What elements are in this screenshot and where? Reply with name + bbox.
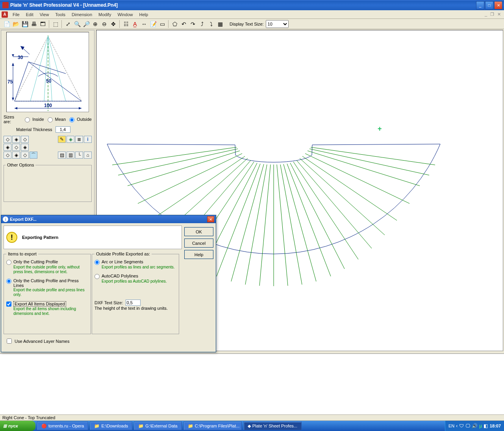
dxf-text-input[interactable] xyxy=(126,300,141,306)
zoom-window-button[interactable]: 🔍 xyxy=(73,20,82,28)
menu-edit[interactable]: Edit xyxy=(23,11,37,18)
iso-button[interactable]: ◈ xyxy=(67,136,74,143)
lang-indicator[interactable]: EN xyxy=(448,424,454,428)
tool-a-button[interactable]: ⬠ xyxy=(170,20,179,28)
menu-file[interactable]: File xyxy=(9,11,23,18)
zoom-previous-button[interactable]: 🔎 xyxy=(82,20,91,28)
tray-network-icon[interactable]: 🖵 xyxy=(465,423,470,429)
rotate-right-button[interactable]: ↷ xyxy=(189,20,197,28)
notes-button[interactable]: 📝 xyxy=(149,20,158,28)
view-button-4[interactable]: ◈ xyxy=(4,144,11,151)
svg-line-29 xyxy=(309,149,429,175)
thickness-label: Material Thickness xyxy=(16,127,52,132)
report-button[interactable]: ▤ xyxy=(58,152,66,159)
list-button[interactable]: ≣ xyxy=(75,136,83,143)
properties-button[interactable]: ▥ xyxy=(67,152,74,159)
check-advanced-layers[interactable] xyxy=(7,339,12,344)
svg-line-24 xyxy=(302,156,397,220)
tray-app-icon[interactable]: ◧ xyxy=(484,423,488,429)
view-button-6[interactable]: ◈ xyxy=(21,144,29,151)
cancel-button[interactable]: Cancel xyxy=(184,239,213,248)
check-export-all[interactable] xyxy=(6,302,11,307)
menu-window[interactable]: Window xyxy=(114,11,136,18)
print-button[interactable]: 🖶 xyxy=(30,20,38,28)
svg-text:30: 30 xyxy=(18,55,23,60)
tray-utorrent-icon[interactable]: µ xyxy=(479,423,482,429)
rotate-down-button[interactable]: ⤵ xyxy=(207,20,215,28)
tray-volume-icon[interactable]: 🔊 xyxy=(472,423,478,429)
open-button[interactable]: 📂 xyxy=(11,20,20,28)
radio-arc-segments[interactable] xyxy=(94,260,100,265)
taskbar-item-app[interactable]: ◆ Plate 'n' Sheet Profes... xyxy=(243,422,302,430)
svg-marker-8 xyxy=(12,54,14,57)
axis-button[interactable]: └ xyxy=(75,152,83,159)
menu-dimension[interactable]: Dimension xyxy=(69,11,95,18)
menu-modify[interactable]: Modify xyxy=(95,11,114,18)
menu-view[interactable]: View xyxy=(37,11,52,18)
tray-chevron-icon[interactable]: ‹ xyxy=(456,423,458,429)
template-button[interactable]: ⬚ xyxy=(51,20,60,28)
measure-button[interactable]: ✎ xyxy=(58,136,66,143)
thickness-input[interactable] xyxy=(56,126,70,133)
rotate-left-button[interactable]: ↶ xyxy=(180,20,188,28)
save-button[interactable]: 💾 xyxy=(20,20,29,28)
grid-button[interactable]: ▦ xyxy=(216,20,224,28)
radio-cutting-profile[interactable] xyxy=(6,260,11,265)
svg-line-22 xyxy=(290,163,345,269)
close-button[interactable]: ✕ xyxy=(494,1,502,9)
menu-tools[interactable]: Tools xyxy=(52,11,69,18)
mdi-close-icon[interactable]: ✕ xyxy=(496,12,502,17)
warning-icon: ! xyxy=(6,232,17,243)
radio-outside[interactable] xyxy=(69,117,74,122)
text-size-select[interactable]: 10 xyxy=(266,20,289,28)
maximize-button[interactable]: □ xyxy=(485,1,493,9)
frame-button[interactable]: ▭ xyxy=(158,20,167,28)
taskbar-item-downloads[interactable]: 📁 E:\Downloads xyxy=(90,422,132,430)
rotate-up-button[interactable]: ⤴ xyxy=(198,20,206,28)
ok-button[interactable]: OK xyxy=(184,227,213,236)
tray-shield-icon[interactable]: 🛡 xyxy=(459,423,464,429)
svg-line-38 xyxy=(245,165,267,285)
view-button-7[interactable]: ◇ xyxy=(4,152,11,159)
system-tray[interactable]: EN ‹ 🛡 🖵 🔊 µ ◧ 18:07 xyxy=(445,421,504,431)
view-button-5[interactable]: ◇ xyxy=(12,144,20,151)
dialog-close-button[interactable]: ✕ xyxy=(207,216,214,222)
view-button-1[interactable]: ◇ xyxy=(4,136,11,143)
menu-help[interactable]: Help xyxy=(136,11,152,18)
info-button[interactable]: i xyxy=(84,136,92,143)
zoom-in-button[interactable]: ⊕ xyxy=(91,20,100,28)
view-button-9[interactable]: ◇ xyxy=(21,152,29,159)
svg-marker-4 xyxy=(79,107,82,109)
pattern-button[interactable]: ⌒ xyxy=(30,152,37,159)
dimension-button[interactable]: ↔ xyxy=(140,20,148,28)
radio-profile-press-lines[interactable] xyxy=(6,279,11,284)
pan-button[interactable]: ✥ xyxy=(109,20,118,28)
taskbar-item-programfiles[interactable]: 📁 C:\Program Files\Plat... xyxy=(183,422,242,430)
text-button[interactable]: A̲ xyxy=(131,20,139,28)
help-button[interactable]: Help xyxy=(184,250,213,259)
app-icon xyxy=(2,2,9,8)
radio-inside[interactable] xyxy=(25,117,30,122)
radio-mean[interactable] xyxy=(48,117,53,122)
mdi-minimize-icon[interactable]: _ xyxy=(483,12,489,17)
info-icon: i xyxy=(3,216,8,222)
minimize-button[interactable]: _ xyxy=(476,1,484,9)
view-button-3[interactable]: ◇ xyxy=(21,136,29,143)
view-button-8[interactable]: ◈ xyxy=(12,152,20,159)
svg-line-35 xyxy=(293,162,358,259)
taskbar-item-external[interactable]: 📁 G:\External Data xyxy=(134,422,182,430)
taskbar-item-opera[interactable]: 🔴 torrents.ru - Opera xyxy=(37,422,88,430)
print-preview-button[interactable]: 🗔 xyxy=(39,20,47,28)
start-button[interactable]: ⊞пуск xyxy=(0,421,35,431)
curve-button[interactable]: ⌂ xyxy=(84,152,92,159)
new-button[interactable]: 📄 xyxy=(2,20,11,28)
radio-polylines[interactable] xyxy=(94,274,100,279)
layers-button[interactable]: ☷ xyxy=(122,20,130,28)
zoom-out-button[interactable]: ⊖ xyxy=(100,20,109,28)
svg-line-23 xyxy=(296,160,372,248)
view-button-2[interactable]: ◈ xyxy=(12,136,20,143)
taskbar-clock[interactable]: 18:07 xyxy=(490,424,501,428)
zoom-fit-button[interactable]: ⤢ xyxy=(64,20,72,28)
svg-line-26 xyxy=(112,147,237,165)
mdi-restore-icon[interactable]: ❐ xyxy=(489,12,496,17)
